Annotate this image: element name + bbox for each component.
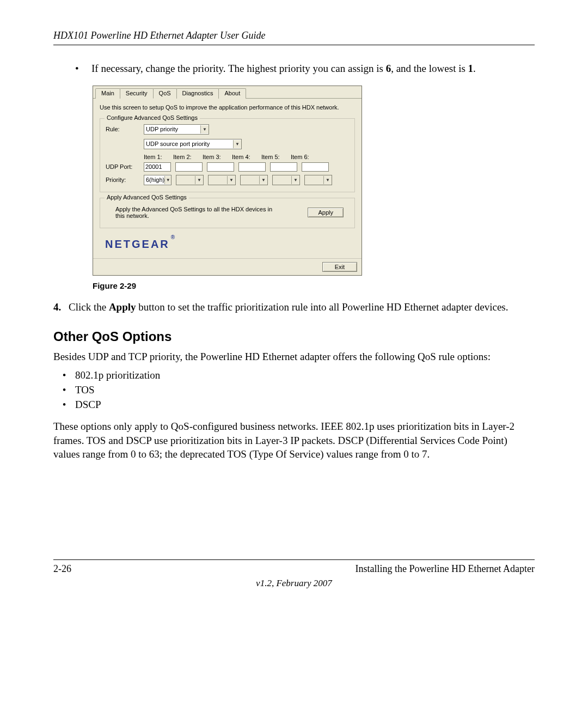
item-header-4: Item 4: xyxy=(232,154,261,160)
rule-select[interactable]: UDP priority ▼ xyxy=(144,124,209,135)
priority-select-1[interactable]: 6(high)▼ xyxy=(144,175,171,185)
qos-dialog-screenshot: Main Security QoS Diagnostics About Use … xyxy=(93,86,362,276)
chevron-down-icon: ▼ xyxy=(259,176,267,184)
udp-port-input-5[interactable] xyxy=(270,162,297,172)
page-footer: 2-26 Installing the Powerline HD Etherne… xyxy=(53,559,535,575)
configure-qos-legend: Configure Advanced QoS Settings xyxy=(105,114,200,121)
intro-paragraph: Besides UDP and TCP priority, the Powerl… xyxy=(53,350,535,364)
udp-port-label: UDP Port: xyxy=(106,163,144,170)
apply-description: Apply the Advanced QoS Settings to all t… xyxy=(115,206,279,219)
chevron-down-icon: ▼ xyxy=(200,125,209,133)
list-item: TOS xyxy=(75,384,95,396)
qos-intro-text: Use this screen to setup QoS to improve … xyxy=(100,104,355,111)
item-header-3: Item 3: xyxy=(203,154,232,160)
step4-text-2: button to set the traffic prioritization… xyxy=(136,301,509,313)
chevron-down-icon: ▼ xyxy=(233,140,241,148)
priority-select-4: ▼ xyxy=(240,175,268,185)
apply-qos-legend: Apply Advanced QoS Settings xyxy=(105,194,189,200)
priority-select-5: ▼ xyxy=(272,175,300,185)
rule-sub-select[interactable]: UDP source port priority ▼ xyxy=(144,139,242,149)
priority-select-6: ▼ xyxy=(304,175,332,185)
list-item: 802.1p prioritization xyxy=(75,369,160,381)
udp-port-input-2[interactable] xyxy=(175,162,203,172)
rule-label: Rule: xyxy=(106,126,144,132)
udp-port-input-6[interactable] xyxy=(302,162,329,172)
rule-sub-select-value: UDP source port priority xyxy=(146,141,210,147)
note-text-1: If necessary, change the priority. The h… xyxy=(91,63,386,74)
tab-qos[interactable]: QoS xyxy=(153,88,177,99)
chevron-down-icon: ▼ xyxy=(323,176,332,184)
priority-select-2: ▼ xyxy=(176,175,204,185)
tab-diagnostics[interactable]: Diagnostics xyxy=(176,88,219,99)
exit-button[interactable]: Exit xyxy=(322,262,357,272)
tab-main[interactable]: Main xyxy=(95,88,120,99)
priority-select-3: ▼ xyxy=(208,175,236,185)
bullet-icon: • xyxy=(75,62,91,76)
note-text-2: , and the lowest is xyxy=(391,63,468,74)
priority-note: • If necessary, change the priority. The… xyxy=(75,62,535,76)
step-number: 4. xyxy=(53,300,69,314)
apply-qos-fieldset: Apply Advanced QoS Settings Apply the Ad… xyxy=(100,198,355,228)
tab-security[interactable]: Security xyxy=(120,88,154,99)
chapter-title: Installing the Powerline HD Ethernet Ada… xyxy=(356,563,535,575)
section-heading: Other QoS Options xyxy=(53,329,535,344)
list-item: DSCP xyxy=(75,399,101,411)
step-4: 4. Click the Apply button to set the tra… xyxy=(53,300,535,314)
chevron-down-icon: ▼ xyxy=(164,176,171,184)
note-text-3: . xyxy=(473,63,476,74)
rule-select-value: UDP priority xyxy=(146,126,178,132)
item-header-5: Item 5: xyxy=(261,154,291,160)
version-line: v1.2, February 2007 xyxy=(53,578,535,589)
udp-port-input-4[interactable] xyxy=(238,162,266,172)
configure-qos-fieldset: Configure Advanced QoS Settings Rule: UD… xyxy=(100,118,355,192)
netgear-logo: NETGEAR® xyxy=(100,234,355,254)
priority-high: 6 xyxy=(386,63,391,74)
tab-about[interactable]: About xyxy=(218,88,246,99)
bullet-icon: • xyxy=(53,399,75,411)
priority-select-1-value: 6(high) xyxy=(146,176,164,183)
qos-options-list: •802.1p prioritization •TOS •DSCP xyxy=(53,369,535,411)
chevron-down-icon: ▼ xyxy=(291,176,299,184)
item-header-6: Item 6: xyxy=(291,154,320,160)
item-header-1: Item 1: xyxy=(144,154,173,160)
priority-low: 1 xyxy=(468,63,474,74)
doc-header: HDX101 Powerline HD Ethernet Adapter Use… xyxy=(53,30,535,45)
apply-button[interactable]: Apply xyxy=(308,208,344,217)
tab-bar: Main Security QoS Diagnostics About xyxy=(93,86,362,99)
priority-label: Priority: xyxy=(106,176,144,183)
bullet-icon: • xyxy=(53,384,75,396)
step4-text-1: Click the xyxy=(69,301,109,313)
explanation-paragraph: These options only apply to QoS-configur… xyxy=(53,419,535,461)
page-number: 2-26 xyxy=(53,563,71,575)
figure-caption: Figure 2-29 xyxy=(93,281,535,290)
udp-port-input-1[interactable]: 20001 xyxy=(144,162,171,172)
chevron-down-icon: ▼ xyxy=(227,176,235,184)
step4-apply-word: Apply xyxy=(109,301,136,313)
chevron-down-icon: ▼ xyxy=(195,176,203,184)
item-header-2: Item 2: xyxy=(173,154,203,160)
udp-port-input-3[interactable] xyxy=(207,162,234,172)
bullet-icon: • xyxy=(53,369,75,381)
